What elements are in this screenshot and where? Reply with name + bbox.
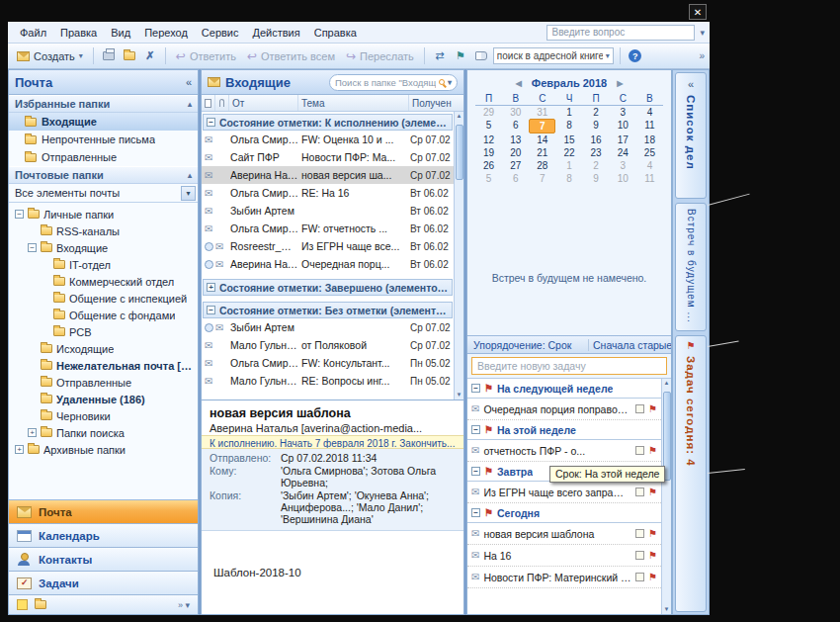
calendar-day[interactable]: 21 [529, 146, 555, 159]
delete-button[interactable]: ✗ [141, 47, 159, 65]
calendar-day[interactable]: 28 [529, 159, 555, 172]
tree-folder[interactable]: +Архивные папки [9, 441, 198, 458]
nav-button-calendar[interactable]: Календарь [9, 523, 198, 547]
tree-folder[interactable]: +Папки поиска [9, 424, 198, 441]
calendar-day[interactable]: 18 [636, 133, 663, 146]
menu-item[interactable]: Файл [13, 25, 53, 41]
message-row[interactable]: ✉Мало Гульнораот ПоляковойСр 07.02 [202, 336, 454, 354]
reply-button[interactable]: ↩ Ответить [172, 47, 240, 65]
menu-item[interactable]: Справка [307, 25, 364, 41]
question-input[interactable] [546, 25, 695, 41]
tree-folder[interactable]: −Входящие [9, 239, 198, 256]
notes-icon[interactable] [17, 599, 28, 610]
calendar-day[interactable]: 5 [475, 172, 502, 185]
column-importance[interactable] [202, 95, 215, 111]
menu-item[interactable]: Переход [137, 25, 195, 41]
menu-item[interactable]: Действия [246, 25, 307, 41]
tree-folder[interactable]: −Личные папки [9, 206, 198, 222]
flag-icon[interactable]: ⚑ [648, 446, 657, 456]
calendar-day[interactable]: 9 [583, 119, 610, 133]
scroll-up-icon[interactable]: ▲ [664, 379, 670, 388]
calendar-day[interactable]: 6 [502, 119, 529, 133]
task-item[interactable]: ✉новая версия шаблона⚑ [467, 523, 661, 545]
new-task-input[interactable] [471, 357, 667, 375]
follow-up-button[interactable]: ⚑ [452, 47, 469, 65]
collapse-icon[interactable]: − [471, 384, 480, 393]
calendar-day[interactable]: 19 [475, 146, 502, 159]
tree-folder[interactable]: Отправленные [9, 374, 198, 391]
flag-icon[interactable]: ⚑ [648, 551, 657, 561]
configure-buttons-chevron[interactable]: » ▾ [178, 600, 190, 610]
search-input[interactable] [335, 77, 436, 88]
task-item[interactable]: ✉На 16⚑ [467, 545, 661, 567]
calendar-day[interactable]: 3 [610, 106, 636, 119]
category-icon[interactable] [635, 529, 644, 538]
calendar-prev-button[interactable]: ◀ [516, 79, 522, 88]
calendar-day[interactable]: 20 [502, 146, 529, 159]
calendar-day[interactable]: 5 [475, 119, 502, 133]
move-to-folder-button[interactable] [121, 47, 138, 65]
favorite-folder[interactable]: Непрочтенные письма [9, 131, 198, 148]
message-row[interactable]: ✉Rosreestr_MO...Из ЕГРН чаще все...Вт 06… [202, 237, 454, 255]
flag-icon[interactable]: ⚑ [648, 404, 657, 414]
collapse-pane-button[interactable]: « [186, 76, 192, 88]
scroll-up-icon[interactable]: ▲ [457, 112, 462, 121]
collapse-icon[interactable]: − [471, 508, 480, 517]
calendar-day[interactable]: 1 [555, 159, 582, 172]
help-button[interactable]: ? [627, 47, 644, 65]
expand-icon[interactable]: + [15, 445, 24, 454]
calendar-day[interactable]: 3 [610, 159, 636, 172]
calendar-month-label[interactable]: Февраль 2018 [532, 77, 607, 89]
task-group-header[interactable]: −⚑Сегодня [467, 503, 661, 523]
message-group-header[interactable]: −Состояние отметки: К исполнению (элемен… [203, 114, 453, 131]
calendar-day[interactable]: 10 [610, 172, 636, 185]
calendar-day[interactable]: 29 [475, 106, 502, 119]
task-item[interactable]: ✉Из ЕГРН чаще всего запрашив...⚑ [467, 482, 661, 503]
calendar-day[interactable]: 12 [475, 133, 502, 146]
scroll-down-icon[interactable]: ▼ [457, 391, 462, 400]
toolbar-overflow-button[interactable]: » [699, 50, 705, 61]
calendar-day[interactable]: 1 [555, 106, 582, 119]
calendar-day[interactable]: 31 [529, 106, 555, 119]
task-item[interactable]: ✉Новости ПФР: Материнский ка...⚑ [467, 567, 661, 588]
forward-button[interactable]: ↪ Переслать [342, 47, 418, 65]
calendar-day[interactable]: 22 [555, 146, 582, 159]
calendar-day[interactable]: 24 [610, 146, 636, 159]
calendar-today[interactable]: 7 [529, 119, 555, 133]
nav-button-contacts[interactable]: Контакты [9, 547, 198, 571]
nav-button-mail[interactable]: Почта [9, 499, 198, 523]
tree-folder[interactable]: Черновики [9, 407, 198, 424]
calendar-day[interactable]: 4 [636, 106, 663, 119]
menu-item[interactable]: Вид [104, 25, 137, 41]
category-icon[interactable] [635, 551, 644, 560]
scroll-down-icon[interactable]: ▼ [664, 605, 670, 614]
sort-order-button[interactable]: Сначала старые ▾ [588, 339, 671, 351]
message-row[interactable]: ✉Аверина Нат...новая версия ша...Ср 07.0… [202, 166, 454, 184]
strip-meetings-button[interactable]: Встреч в будущем ... [675, 203, 707, 331]
menu-item[interactable]: Сервис [195, 25, 246, 41]
message-row[interactable]: ✉Ольга Смирн...FW: Оценка 10 и ...Ср 07.… [202, 131, 454, 148]
task-item[interactable]: ✉отчетность ПФР - о...⚑ [467, 440, 661, 462]
column-received[interactable]: Получен [409, 95, 463, 111]
message-row[interactable]: ✉Ольга Смирн...FW: Консультант...Пн 05.0… [202, 354, 454, 372]
strip-tasks-button[interactable]: ⚑ Задач сегодня: 4 [675, 335, 707, 612]
chevron-down-icon[interactable]: ▾ [448, 78, 452, 87]
address-search-combo[interactable]: поиск в адресной книге ▾ [493, 47, 614, 64]
collapse-icon[interactable]: − [207, 118, 215, 127]
category-icon[interactable] [635, 488, 644, 496]
flag-icon[interactable]: ⚑ [648, 573, 657, 582]
calendar-next-button[interactable]: ▶ [617, 79, 623, 88]
mail-folders-section-header[interactable]: Почтовые папки ▴ [9, 166, 198, 184]
calendar-day[interactable]: 10 [610, 119, 636, 133]
message-row[interactable]: ✉Сайт ПФРНовости ПФР: Ма...Ср 07.02 [202, 148, 454, 166]
collapse-icon[interactable]: − [207, 306, 215, 314]
tree-folder[interactable]: Общение с фондами [9, 307, 198, 323]
tree-folder[interactable]: Общение с инспекцией [9, 290, 198, 307]
calendar-day[interactable]: 23 [583, 146, 610, 159]
close-button[interactable]: ✕ [689, 4, 707, 20]
menu-item[interactable]: Правка [53, 25, 104, 41]
calendar-day[interactable]: 26 [475, 159, 502, 172]
calendar-day[interactable]: 6 [502, 172, 529, 185]
message-group-header[interactable]: +Состояние отметки: Завершено (элементов… [203, 279, 453, 296]
calendar-day[interactable]: 16 [583, 133, 610, 146]
